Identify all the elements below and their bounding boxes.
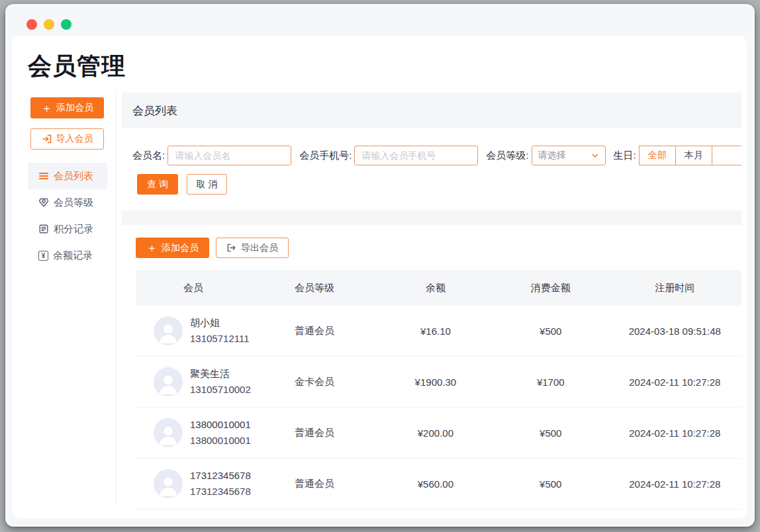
birthday-option-this-month[interactable]: 本月 bbox=[675, 146, 712, 165]
column-header-level: 会员等级 bbox=[251, 282, 378, 294]
sidebar-item-balance-record[interactable]: ¥ 余额记录 bbox=[28, 242, 107, 269]
avatar bbox=[154, 316, 183, 345]
member-level: 普通会员 bbox=[251, 325, 378, 337]
plus-icon: ＋ bbox=[146, 242, 158, 253]
table-row: 13800010001 13800010001 普通会员 ¥200.00 ¥50… bbox=[136, 408, 741, 459]
member-spent: ¥500 bbox=[493, 427, 608, 439]
member-phone: 13800010001 bbox=[190, 433, 251, 449]
member-spent: ¥500 bbox=[493, 478, 608, 490]
page-title: 会员管理 bbox=[28, 52, 747, 81]
zoom-window-button[interactable] bbox=[61, 19, 71, 30]
export-icon bbox=[226, 243, 236, 253]
minimize-window-button[interactable] bbox=[44, 19, 54, 30]
member-phone: 13105712111 bbox=[190, 331, 250, 347]
table-row: 17312345678 17312345678 普通会员 ¥560.00 ¥50… bbox=[136, 459, 741, 510]
balance-record-icon: ¥ bbox=[38, 251, 48, 261]
sidebar-menu: 会员列表 会员等级 bbox=[28, 163, 107, 269]
member-cell: 13800010001 13800010001 bbox=[136, 417, 251, 449]
member-level-label: 会员等级: bbox=[486, 150, 528, 162]
section-title: 会员列表 bbox=[132, 103, 177, 118]
member-cell: 胡小姐 13105712111 bbox=[136, 315, 251, 347]
import-icon bbox=[42, 134, 52, 144]
member-table-panel: ＋ 添加会员 导出会员 bbox=[122, 225, 741, 510]
add-member-button[interactable]: ＋ 添加会员 bbox=[136, 238, 209, 258]
birthday-label: 生日: bbox=[614, 150, 636, 162]
search-button[interactable]: 查 询 bbox=[137, 174, 178, 195]
member-registered: 2024-02-11 10:27:28 bbox=[608, 478, 741, 490]
table-row: 聚美生活 13105710002 金卡会员 ¥1900.30 ¥1700 202… bbox=[136, 357, 741, 408]
member-balance: ¥1900.30 bbox=[378, 377, 493, 388]
table-toolbar: ＋ 添加会员 导出会员 bbox=[136, 238, 741, 258]
chevron-down-icon bbox=[591, 152, 599, 159]
member-name-label: 会员名: bbox=[132, 150, 165, 162]
sidebar-item-points-record[interactable]: 积分记录 bbox=[28, 216, 107, 242]
member-level: 普通会员 bbox=[251, 427, 378, 439]
member-phone-label: 会员手机号: bbox=[299, 150, 352, 162]
table-header-row: 会员 会员等级 余额 消费金额 注册时间 bbox=[136, 270, 741, 306]
member-level: 普通会员 bbox=[251, 478, 378, 490]
list-icon bbox=[38, 171, 49, 181]
member-balance: ¥200.00 bbox=[378, 427, 493, 439]
avatar bbox=[154, 418, 183, 447]
member-balance: ¥560.00 bbox=[378, 478, 493, 490]
sidebar: ＋ 添加会员 导入会员 bbox=[12, 93, 117, 505]
sidebar-item-member-list[interactable]: 会员列表 bbox=[28, 163, 107, 189]
table-row: 胡小姐 13105712111 普通会员 ¥16.10 ¥500 2024-03… bbox=[136, 306, 741, 357]
badge-icon bbox=[38, 197, 49, 208]
birthday-option-all[interactable]: 全部 bbox=[639, 146, 676, 165]
member-phone: 17312345678 bbox=[190, 484, 251, 500]
column-header-spent: 消费金额 bbox=[493, 282, 608, 294]
member-phone-input[interactable] bbox=[354, 146, 478, 165]
filter-panel: 会员名: 会员手机号: 会员等级: 请选择 bbox=[122, 128, 741, 210]
column-header-registered: 注册时间 bbox=[608, 282, 741, 294]
birthday-option-clipped[interactable] bbox=[712, 146, 741, 165]
member-name: 13800010001 bbox=[190, 417, 251, 433]
birthday-filter-group: 全部 本月 bbox=[639, 146, 741, 165]
content-area: 会员列表 会员名: 会员手机号: 会员等级: bbox=[117, 93, 747, 505]
member-name-input[interactable] bbox=[167, 146, 291, 165]
member-registered: 2024-03-18 09:51:48 bbox=[608, 326, 741, 337]
column-header-balance: 余额 bbox=[378, 282, 493, 294]
plus-icon: ＋ bbox=[41, 103, 52, 114]
member-level-select[interactable]: 请选择 bbox=[532, 146, 606, 165]
table-body: 胡小姐 13105712111 普通会员 ¥16.10 ¥500 2024-03… bbox=[136, 306, 741, 510]
section-divider bbox=[122, 210, 741, 225]
member-cell: 聚美生活 13105710002 bbox=[136, 366, 251, 398]
member-table: 会员 会员等级 余额 消费金额 注册时间 胡小姐 13105712 bbox=[136, 270, 741, 510]
member-name: 胡小姐 bbox=[190, 315, 250, 331]
member-spent: ¥1700 bbox=[493, 377, 608, 388]
member-registered: 2024-02-11 10:27:28 bbox=[608, 377, 741, 388]
member-name: 17312345678 bbox=[190, 468, 251, 484]
sidebar-add-member-button[interactable]: ＋ 添加会员 bbox=[30, 97, 104, 118]
points-record-icon bbox=[38, 224, 49, 234]
member-level: 金卡会员 bbox=[251, 376, 378, 388]
sidebar-item-member-level[interactable]: 会员等级 bbox=[28, 189, 107, 216]
window-titlebar bbox=[5, 4, 755, 36]
column-header-member: 会员 bbox=[136, 282, 251, 294]
member-cell: 17312345678 17312345678 bbox=[136, 468, 251, 500]
avatar bbox=[154, 367, 183, 396]
member-registered: 2024-02-11 10:27:28 bbox=[608, 427, 741, 439]
avatar bbox=[154, 469, 183, 498]
sidebar-import-member-button[interactable]: 导入会员 bbox=[30, 128, 104, 150]
member-spent: ¥500 bbox=[493, 326, 608, 337]
member-phone: 13105710002 bbox=[190, 382, 251, 398]
export-member-button[interactable]: 导出会员 bbox=[216, 238, 289, 258]
app-window: 会员管理 ＋ 添加会员 导入会员 bbox=[5, 4, 755, 527]
member-balance: ¥16.10 bbox=[378, 326, 493, 337]
close-window-button[interactable] bbox=[26, 19, 37, 30]
cancel-button[interactable]: 取 消 bbox=[187, 174, 227, 195]
member-management-page: 会员管理 ＋ 添加会员 导入会员 bbox=[12, 36, 747, 518]
member-name: 聚美生活 bbox=[190, 366, 251, 382]
section-header: 会员列表 bbox=[122, 93, 741, 128]
